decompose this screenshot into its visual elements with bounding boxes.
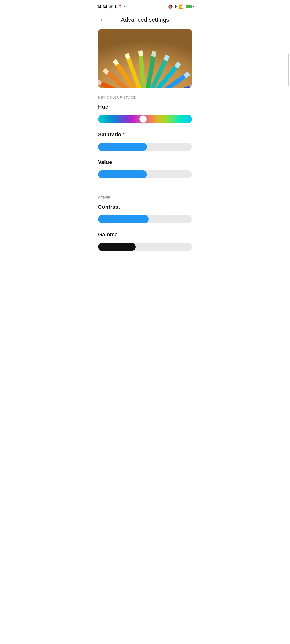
location-icon: 📍 bbox=[118, 4, 122, 9]
contrast-slider-title: Contrast bbox=[98, 204, 192, 210]
value-slider-container bbox=[98, 170, 192, 179]
more-icon: ··· bbox=[124, 4, 129, 9]
saturation-slider-track bbox=[98, 143, 192, 151]
other-section-label: OTHER bbox=[93, 193, 197, 204]
section-divider bbox=[93, 188, 197, 188]
mute-icon: 🔇 bbox=[168, 4, 173, 9]
airplane-icon: ✈ bbox=[174, 5, 177, 9]
battery-indicator bbox=[185, 5, 193, 8]
preview-image bbox=[98, 29, 192, 88]
page-title: Advanced settings bbox=[108, 16, 182, 23]
hsv-section-label: HSV COLOUR SPACE bbox=[93, 93, 197, 104]
contrast-slider-track bbox=[98, 215, 192, 223]
contrast-slider-section: Contrast bbox=[93, 204, 197, 232]
back-button[interactable]: ← bbox=[98, 15, 108, 25]
gamma-slider-title: Gamma bbox=[98, 232, 192, 238]
value-slider-section: Value bbox=[93, 159, 197, 187]
status-bar: 14:34 🔊 ℹ 📍 ··· 🔇 ✈ 📶 bbox=[93, 0, 197, 12]
back-arrow-icon: ← bbox=[100, 16, 106, 23]
saturation-slider-section: Saturation bbox=[93, 131, 197, 159]
svg-rect-28 bbox=[151, 51, 156, 57]
value-slider-title: Value bbox=[98, 159, 192, 165]
gamma-slider-container bbox=[98, 242, 192, 252]
header: ← Advanced settings bbox=[93, 12, 197, 29]
saturation-slider-title: Saturation bbox=[98, 131, 192, 138]
wifi-icon: 📶 bbox=[179, 4, 183, 9]
info-icon: ℹ bbox=[115, 4, 116, 9]
gamma-slider-section: Gamma bbox=[93, 232, 197, 254]
value-slider-track bbox=[98, 170, 192, 178]
time-display: 14:34 bbox=[97, 4, 107, 9]
hue-slider-section: Hue bbox=[93, 104, 197, 131]
saturation-slider-container bbox=[98, 142, 192, 152]
hue-slider-container bbox=[98, 114, 192, 124]
hue-slider-title: Hue bbox=[98, 104, 192, 110]
gamma-slider-track bbox=[98, 243, 192, 251]
svg-rect-24 bbox=[138, 50, 143, 56]
pencils-illustration bbox=[98, 29, 192, 88]
hue-slider-track bbox=[98, 115, 192, 123]
audio-icon: 🔊 bbox=[109, 4, 113, 9]
status-right: 🔇 ✈ 📶 bbox=[168, 4, 193, 9]
contrast-slider-container bbox=[98, 214, 192, 224]
status-left: 14:34 🔊 ℹ 📍 ··· bbox=[97, 4, 129, 9]
